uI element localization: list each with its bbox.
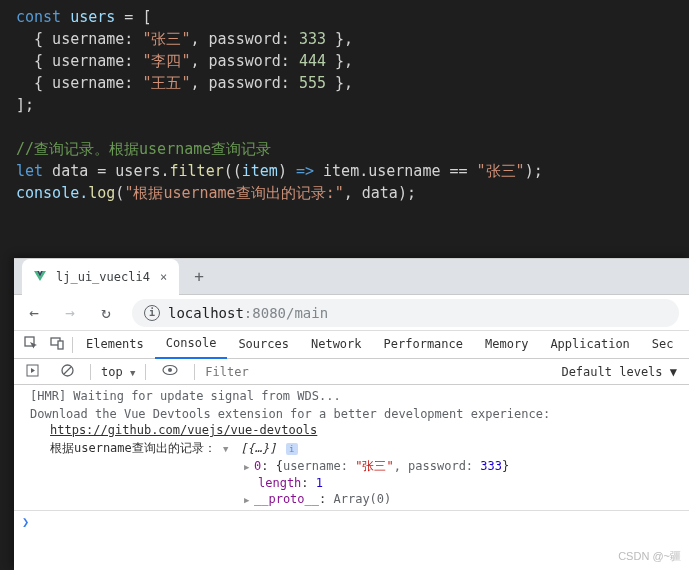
code-line: const users = [: [0, 6, 689, 28]
console-output: [HMR] Waiting for update signal from WDS…: [14, 385, 689, 533]
inspect-icon[interactable]: [18, 336, 44, 353]
array-preview[interactable]: [{…}]: [240, 441, 276, 455]
back-button[interactable]: ←: [24, 303, 44, 322]
log-line: [HMR] Waiting for update signal from WDS…: [14, 387, 689, 405]
tab-console[interactable]: Console: [155, 330, 228, 359]
devtools-tabs: Elements Console Sources Network Perform…: [14, 331, 689, 359]
filter-input[interactable]: [205, 365, 551, 379]
watermark: CSDN @~疆: [618, 549, 681, 564]
log-line: ▶0: {username: "张三", password: 333}: [14, 458, 689, 475]
code-line: { username: "李四", password: 444 },: [0, 50, 689, 72]
tab-application[interactable]: Application: [539, 331, 640, 358]
code-line: //查询记录。根据username查询记录: [0, 138, 689, 160]
code-line: { username: "王五", password: 555 },: [0, 72, 689, 94]
browser-tab[interactable]: lj_ui_vuecli4 ×: [22, 259, 179, 295]
clear-console-icon[interactable]: [55, 364, 80, 380]
info-badge-icon[interactable]: i: [286, 443, 298, 455]
tab-network[interactable]: Network: [300, 331, 373, 358]
address-bar-row: ← → ↻ i localhost:8080/main: [14, 295, 689, 331]
svg-rect-2: [58, 341, 63, 349]
tab-sources[interactable]: Sources: [227, 331, 300, 358]
log-line: Download the Vue Devtools extension for …: [14, 405, 689, 439]
console-prompt[interactable]: ❯: [14, 510, 689, 533]
log-line: length: 1: [14, 475, 689, 491]
code-line: { username: "张三", password: 333 },: [0, 28, 689, 50]
code-line: console.log("根据username查询出的记录:", data);: [0, 182, 689, 204]
reload-button[interactable]: ↻: [96, 303, 116, 322]
tab-elements[interactable]: Elements: [75, 331, 155, 358]
tab-memory[interactable]: Memory: [474, 331, 539, 358]
tabs-row: lj_ui_vuecli4 × +: [14, 259, 689, 295]
url-text: localhost:8080/main: [168, 305, 328, 321]
tab-performance[interactable]: Performance: [373, 331, 474, 358]
svg-line-5: [64, 367, 71, 374]
code-editor: const users = [ { username: "张三", passwo…: [0, 0, 689, 222]
code-line: [0, 116, 689, 138]
forward-button[interactable]: →: [60, 303, 80, 322]
chevron-down-icon[interactable]: ▼: [223, 441, 233, 457]
code-line: let data = users.filter((item) => item.u…: [0, 160, 689, 182]
tab-title: lj_ui_vuecli4: [56, 270, 150, 284]
site-info-icon[interactable]: i: [144, 305, 160, 321]
code-line: ];: [0, 94, 689, 116]
chevron-right-icon[interactable]: ▶: [244, 492, 254, 508]
device-toolbar-icon[interactable]: [44, 336, 70, 353]
sidebar-toggle-icon[interactable]: [20, 364, 45, 380]
svg-point-7: [168, 368, 172, 372]
new-tab-button[interactable]: +: [185, 263, 213, 291]
vue-icon: [32, 269, 48, 285]
close-icon[interactable]: ×: [158, 270, 169, 284]
log-line: 根据username查询出的记录： ▼ [{…}] i: [14, 439, 689, 458]
log-levels-selector[interactable]: Default levels ▼: [561, 365, 683, 379]
console-toolbar: top ▼ Default levels ▼: [14, 359, 689, 385]
devtools-link[interactable]: https://github.com/vuejs/vue-devtools: [50, 423, 317, 437]
browser-window: lj_ui_vuecli4 × + ← → ↻ i localhost:8080…: [14, 258, 689, 570]
log-line: ▶__proto__: Array(0): [14, 491, 689, 508]
omnibox[interactable]: i localhost:8080/main: [132, 299, 679, 327]
context-selector[interactable]: top ▼: [101, 365, 135, 379]
tab-security[interactable]: Sec: [641, 331, 685, 358]
live-expression-icon[interactable]: [156, 364, 184, 379]
chevron-right-icon[interactable]: ▶: [244, 459, 254, 475]
